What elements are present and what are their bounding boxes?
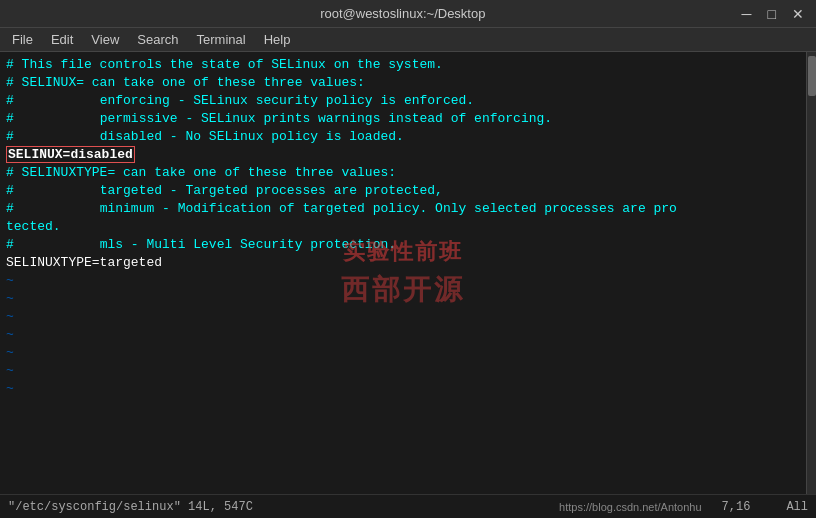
editor-line: ~ (6, 362, 800, 380)
editor-line: # disabled - No SELinux policy is loaded… (6, 128, 800, 146)
menu-item-edit[interactable]: Edit (43, 30, 81, 49)
menu-item-view[interactable]: View (83, 30, 127, 49)
status-position: 7,16 All (722, 500, 808, 514)
editor-line: ~ (6, 290, 800, 308)
scrollbar[interactable] (806, 52, 816, 494)
menu-item-terminal[interactable]: Terminal (189, 30, 254, 49)
editor-line: # SELINUXTYPE= can take one of these thr… (6, 164, 800, 182)
status-bar: "/etc/sysconfig/selinux" 14L, 547C https… (0, 494, 816, 518)
editor-line: # minimum - Modification of targeted pol… (6, 200, 800, 218)
editor-line: SELINUX=disabled (6, 146, 800, 164)
title-bar: root@westoslinux:~/Desktop ─ □ ✕ (0, 0, 816, 28)
editor-line: # enforcing - SELinux security policy is… (6, 92, 800, 110)
editor-line: # mls - Multi Level Security protection. (6, 236, 800, 254)
menu-item-file[interactable]: File (4, 30, 41, 49)
status-filename: "/etc/sysconfig/selinux" 14L, 547C (8, 500, 253, 514)
editor-line: # This file controls the state of SELinu… (6, 56, 800, 74)
menu-item-help[interactable]: Help (256, 30, 299, 49)
editor-line: ~ (6, 326, 800, 344)
window-title: root@westoslinux:~/Desktop (68, 6, 738, 21)
editor-line: # permissive - SELinux prints warnings i… (6, 110, 800, 128)
editor-line: ~ (6, 380, 800, 398)
editor-line: ~ (6, 344, 800, 362)
editor-line: # SELINUX= can take one of these three v… (6, 74, 800, 92)
editor-line: tected. (6, 218, 800, 236)
status-url: https://blog.csdn.net/Antonhu (559, 501, 702, 513)
editor-container: 实验性前班 西部开源 # This file controls the stat… (0, 52, 816, 494)
window-controls: ─ □ ✕ (738, 7, 808, 21)
scrollbar-thumb[interactable] (808, 56, 816, 96)
editor-line: ~ (6, 272, 800, 290)
close-button[interactable]: ✕ (788, 7, 808, 21)
menu-item-search[interactable]: Search (129, 30, 186, 49)
editor-content[interactable]: 实验性前班 西部开源 # This file controls the stat… (0, 52, 806, 494)
editor-line: SELINUXTYPE=targeted (6, 254, 800, 272)
maximize-button[interactable]: □ (764, 7, 780, 21)
menu-bar: FileEditViewSearchTerminalHelp (0, 28, 816, 52)
editor-line: ~ (6, 308, 800, 326)
highlighted-text: SELINUX=disabled (6, 146, 135, 163)
minimize-button[interactable]: ─ (738, 7, 756, 21)
editor-line: # targeted - Targeted processes are prot… (6, 182, 800, 200)
